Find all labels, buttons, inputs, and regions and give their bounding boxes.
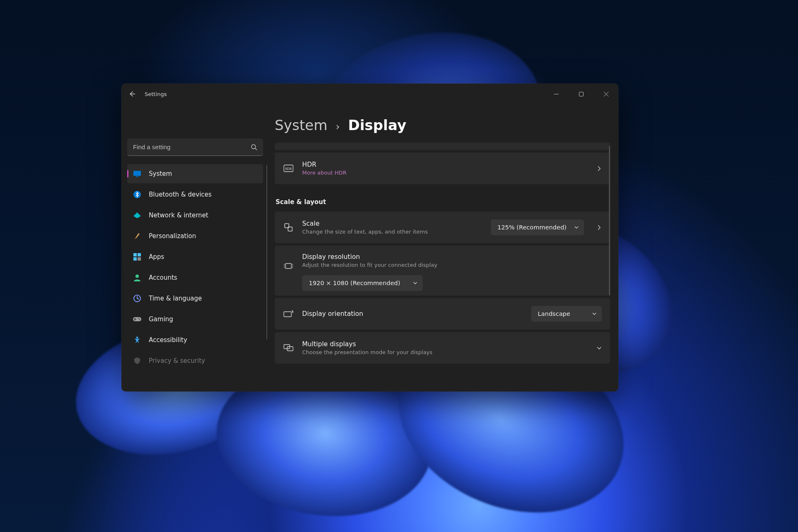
nav-label: Privacy & security bbox=[149, 357, 205, 365]
nav-label: Accessibility bbox=[149, 336, 187, 344]
nav-item-privacy[interactable]: Privacy & security bbox=[127, 351, 263, 370]
orientation-value: Landscape bbox=[538, 310, 584, 317]
search-box[interactable] bbox=[127, 138, 263, 156]
multiple-sub: Choose the presentation mode for your di… bbox=[302, 349, 584, 355]
chevron-right-icon: › bbox=[336, 121, 340, 133]
breadcrumb-parent[interactable]: System bbox=[275, 117, 328, 133]
search-icon bbox=[251, 144, 257, 150]
shield-icon bbox=[133, 357, 141, 365]
nav-item-apps[interactable]: Apps bbox=[127, 247, 263, 266]
svg-rect-6 bbox=[133, 171, 141, 176]
orientation-title: Display orientation bbox=[302, 310, 523, 318]
scale-value: 125% (Recommended) bbox=[498, 224, 566, 231]
apps-icon bbox=[133, 253, 141, 261]
resolution-icon bbox=[283, 262, 294, 270]
nav-label: Gaming bbox=[149, 315, 173, 323]
svg-rect-32 bbox=[284, 312, 291, 317]
search-input[interactable] bbox=[127, 138, 263, 156]
nav-item-bluetooth[interactable]: Bluetooth & devices bbox=[127, 185, 263, 204]
previous-card-edge bbox=[275, 143, 610, 150]
nav-label: Apps bbox=[149, 253, 164, 261]
back-button[interactable] bbox=[129, 91, 135, 97]
svg-line-5 bbox=[255, 148, 257, 150]
hdr-more-link[interactable]: More about HDR bbox=[302, 170, 584, 176]
nav-label: Bluetooth & devices bbox=[149, 191, 212, 198]
person-icon bbox=[133, 273, 141, 282]
resolution-value: 1920 × 1080 (Recommended) bbox=[309, 280, 405, 286]
resolution-title: Display resolution bbox=[302, 253, 602, 261]
svg-rect-12 bbox=[138, 257, 141, 261]
titlebar: Settings bbox=[121, 84, 618, 104]
clock-globe-icon bbox=[133, 294, 141, 303]
orientation-card[interactable]: Display orientation Landscape bbox=[275, 298, 610, 330]
sidebar: System Bluetooth & devices Network & int… bbox=[121, 104, 269, 392]
scale-dropdown[interactable]: 125% (Recommended) bbox=[491, 219, 584, 235]
hdr-card[interactable]: HDR HDR More about HDR bbox=[275, 153, 610, 184]
scale-title: Scale bbox=[302, 220, 483, 227]
chevron-down-icon bbox=[592, 345, 602, 351]
accessibility-icon bbox=[133, 336, 141, 344]
nav-item-system[interactable]: System bbox=[127, 164, 263, 183]
svg-rect-7 bbox=[136, 176, 138, 177]
gamepad-icon bbox=[133, 315, 141, 323]
svg-point-16 bbox=[138, 318, 140, 319]
nav-label: System bbox=[149, 170, 172, 177]
window-title: Settings bbox=[145, 91, 167, 97]
nav-label: Accounts bbox=[149, 274, 177, 281]
scale-icon bbox=[283, 223, 294, 232]
svg-rect-1 bbox=[579, 92, 583, 96]
svg-rect-19 bbox=[134, 319, 136, 320]
nav-label: Network & internet bbox=[149, 212, 208, 219]
svg-rect-10 bbox=[138, 253, 141, 256]
svg-point-20 bbox=[136, 337, 138, 339]
breadcrumb-current: Display bbox=[348, 117, 406, 133]
main-panel: System › Display HDR bbox=[269, 104, 618, 392]
nav-label: Personalization bbox=[149, 232, 196, 240]
section-scale-layout: Scale & layout bbox=[276, 198, 610, 206]
nav-item-gaming[interactable]: Gaming bbox=[127, 310, 263, 329]
maximize-button[interactable] bbox=[569, 84, 594, 104]
scale-card[interactable]: Scale Change the size of text, apps, and… bbox=[275, 212, 610, 243]
close-button[interactable] bbox=[594, 84, 618, 104]
breadcrumb: System › Display bbox=[275, 117, 610, 133]
svg-rect-11 bbox=[133, 257, 137, 261]
svg-point-17 bbox=[139, 319, 140, 320]
svg-rect-9 bbox=[133, 253, 137, 256]
minimize-button[interactable] bbox=[544, 84, 569, 104]
chevron-down-icon bbox=[413, 281, 418, 286]
bluetooth-icon bbox=[133, 190, 141, 199]
nav-item-time-language[interactable]: Time & language bbox=[127, 289, 263, 308]
nav-list: System Bluetooth & devices Network & int… bbox=[127, 164, 263, 370]
resolution-dropdown[interactable]: 1920 × 1080 (Recommended) bbox=[302, 275, 423, 291]
nav-item-accessibility[interactable]: Accessibility bbox=[127, 330, 263, 350]
nav-label: Time & language bbox=[149, 295, 202, 302]
multiple-title: Multiple displays bbox=[302, 340, 584, 348]
svg-point-13 bbox=[135, 275, 139, 278]
paintbrush-icon bbox=[133, 232, 141, 240]
svg-rect-25 bbox=[286, 264, 291, 268]
hdr-title: HDR bbox=[302, 161, 584, 168]
hdr-icon: HDR bbox=[283, 165, 294, 172]
monitor-icon bbox=[133, 170, 141, 178]
wifi-icon bbox=[133, 211, 141, 219]
nav-item-network[interactable]: Network & internet bbox=[127, 206, 263, 225]
multiple-displays-card[interactable]: Multiple displays Choose the presentatio… bbox=[275, 332, 610, 364]
orientation-dropdown[interactable]: Landscape bbox=[531, 306, 602, 322]
nav-item-personalization[interactable]: Personalization bbox=[127, 227, 263, 246]
multiple-displays-icon bbox=[283, 344, 294, 352]
sidebar-scrollbar[interactable] bbox=[266, 165, 267, 340]
chevron-down-icon bbox=[574, 225, 579, 230]
orientation-icon bbox=[283, 310, 294, 318]
svg-point-4 bbox=[251, 145, 256, 149]
chevron-right-icon bbox=[592, 166, 602, 171]
main-scrollbar[interactable] bbox=[609, 146, 610, 296]
desktop-wallpaper: Settings bbox=[0, 0, 798, 532]
resolution-card[interactable]: Display resolution Adjust the resolution… bbox=[275, 246, 610, 296]
chevron-right-icon bbox=[592, 225, 602, 230]
scale-sub: Change the size of text, apps, and other… bbox=[302, 229, 483, 235]
resolution-sub: Adjust the resolution to fit your connec… bbox=[302, 262, 602, 268]
chevron-down-icon bbox=[592, 311, 597, 316]
svg-text:HDR: HDR bbox=[285, 167, 292, 171]
settings-window: Settings bbox=[121, 84, 618, 392]
nav-item-accounts[interactable]: Accounts bbox=[127, 268, 263, 287]
